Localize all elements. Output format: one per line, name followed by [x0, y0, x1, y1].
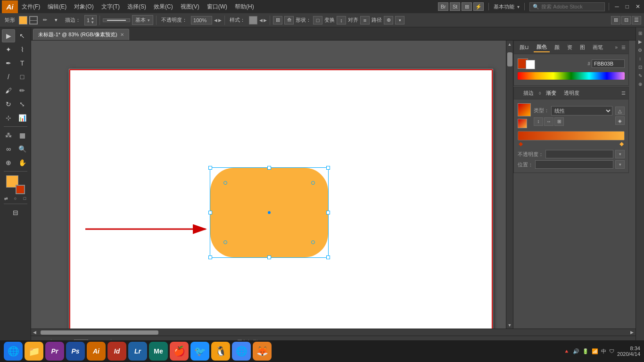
gradient-type-select[interactable]: 线性 径向 [551, 106, 612, 115]
grad-right-icon2[interactable]: ◈ [615, 116, 625, 125]
opacity-dropdown[interactable]: ▾ [615, 150, 625, 158]
type-tool[interactable]: T [16, 57, 29, 70]
grad-right-icon1[interactable]: △ [615, 107, 625, 115]
grad-icon-1[interactable]: ↕ [534, 117, 543, 126]
stroke-dropdown-btn[interactable]: ▾ [51, 15, 61, 25]
rtool-5[interactable]: ⊡ [636, 63, 644, 71]
pen-tool[interactable]: ✒ [2, 57, 15, 70]
rotate-tool[interactable]: ↻ [2, 98, 15, 111]
hscroll-thumb[interactable] [41, 330, 158, 335]
stroke-tab[interactable]: 描边 [520, 89, 537, 98]
stroke-options-btn[interactable]: ✏ [40, 15, 50, 25]
search-input[interactable] [541, 4, 598, 9]
gradient-small-swatch[interactable] [518, 119, 527, 128]
stroke-basic-dropdown[interactable]: ▾ [148, 18, 150, 23]
vertical-scrollbar[interactable]: ▲ ▼ [506, 41, 513, 329]
direct-select-tool[interactable]: ↖ [16, 29, 29, 42]
paintbrush-tool[interactable]: 🖌 [2, 84, 15, 97]
arrange-icon[interactable]: ⚡ [473, 2, 484, 11]
panel-menu-btn[interactable]: ☰ [621, 45, 626, 50]
corner-radius-handle-tl[interactable] [223, 181, 227, 185]
stroke-width-control[interactable]: 1 ▲▼ [84, 15, 97, 25]
style-preview[interactable] [249, 16, 257, 25]
panel-arrange-btn[interactable]: ⊟ [621, 16, 631, 25]
taskbar-indesign-btn[interactable]: Id [107, 342, 126, 361]
menu-view[interactable]: 视图(V) [177, 1, 203, 13]
symbol-tool[interactable]: ⁂ [2, 129, 15, 142]
corner-radius-handle-br[interactable] [311, 240, 315, 244]
grid-view-btn[interactable]: ⊞ [273, 16, 282, 25]
scroll-left-btn[interactable]: ◀ [31, 329, 38, 336]
minimize-btn[interactable]: ─ [613, 3, 621, 10]
corner-radius-handle-bl[interactable] [223, 240, 227, 244]
opacity-prev[interactable]: ◀ [214, 18, 217, 23]
blend-tool[interactable]: ∞ [2, 142, 15, 156]
transparency-tab[interactable]: 透明度 [561, 89, 582, 98]
stroke-color-box[interactable] [16, 185, 25, 194]
horizontal-scrollbar[interactable]: ◀ ▶ [31, 329, 636, 336]
column-graph-tool[interactable]: ▦ [16, 129, 29, 142]
rounded-rect-shape[interactable] [210, 168, 328, 257]
color-spectrum-bar[interactable] [518, 72, 625, 80]
align-btn[interactable]: ≡ [360, 16, 370, 25]
color-none-btn[interactable]: □ [21, 195, 29, 202]
color-tab-extra1[interactable]: 颜⊔ [517, 43, 532, 52]
gradient-tab[interactable]: 渐变 [543, 89, 559, 98]
taskbar-photoshop-btn[interactable]: Ps [66, 342, 85, 361]
color-tab[interactable]: 颜色 [534, 42, 550, 52]
gradient-preview-swatch[interactable] [518, 103, 531, 116]
graphic-tab[interactable]: 图 [577, 43, 588, 52]
resource-tab[interactable]: 资 [564, 43, 575, 52]
hscroll-track[interactable] [38, 329, 628, 336]
style-next[interactable]: ▶ [264, 18, 267, 23]
handle-bottom-left[interactable] [208, 255, 212, 259]
scale-tool[interactable]: ⤡ [16, 98, 29, 111]
opacity-next[interactable]: ▶ [218, 18, 222, 23]
menu-icon-btn[interactable]: ☰ [632, 16, 641, 25]
rtool-7[interactable]: ⊕ [636, 80, 644, 88]
style-prev[interactable]: ◀ [259, 18, 263, 23]
stroke-color-swatch[interactable] [29, 16, 38, 25]
taskbar-browser-btn[interactable]: 🌐 [4, 342, 23, 361]
scroll-down-btn[interactable]: ▼ [506, 321, 513, 329]
handle-middle-right[interactable] [326, 211, 330, 214]
taskbar-media-encoder-btn[interactable]: Me [149, 342, 168, 361]
stroke-width-spinner[interactable]: ▲▼ [91, 16, 94, 25]
hand-tool[interactable]: ✋ [16, 156, 29, 169]
select-tool[interactable]: ▶ [2, 29, 15, 42]
panel-toggle-btn[interactable]: ⊞ [611, 16, 620, 25]
taskbar-app10-btn[interactable]: 🐧 [211, 342, 230, 361]
stroke-line-style[interactable] [103, 18, 130, 22]
taskbar-firefox-btn[interactable]: 🦊 [253, 342, 272, 361]
scroll-right-btn[interactable]: ▶ [628, 329, 636, 336]
menu-edit[interactable]: 编辑(E) [44, 1, 70, 13]
fill-color-swatch[interactable] [19, 16, 27, 25]
menu-window[interactable]: 窗口(W) [203, 1, 231, 13]
puppet-warp-tool[interactable]: ⊹ [2, 111, 15, 124]
workspace-dropdown[interactable]: ▾ [517, 4, 520, 9]
handle-top-left[interactable] [208, 166, 212, 170]
menu-effect[interactable]: 效果(C) [150, 1, 177, 13]
taskbar-filemanager-btn[interactable]: 📁 [25, 342, 43, 361]
document-tab[interactable]: 未标题-1* @ 83% (RGB/像素预览) ✕ [33, 29, 129, 40]
grad-stop-left[interactable]: ◆ [519, 140, 523, 147]
rtool-6[interactable]: ✎ [636, 72, 644, 79]
scroll-up-btn[interactable]: ▲ [506, 41, 513, 48]
handle-bottom-center[interactable] [267, 255, 271, 259]
shape-btn[interactable]: □ [313, 16, 322, 25]
pathfinder-btn[interactable]: ⊕ [384, 16, 393, 25]
handle-top-right[interactable] [326, 166, 330, 170]
magic-wand-tool[interactable]: ✦ [2, 43, 15, 56]
panel-more-btn[interactable]: » [615, 45, 618, 50]
rtool-1[interactable]: ⊞ [636, 29, 644, 37]
graph-tool[interactable]: 📊 [16, 111, 29, 124]
zoom-tool[interactable]: ⊕ [2, 156, 15, 169]
menu-text[interactable]: 文字(T) [98, 1, 124, 13]
hex-input[interactable] [592, 59, 625, 68]
handle-top-center[interactable] [267, 166, 271, 170]
grad-icon-3[interactable]: ⊞ [554, 117, 564, 126]
canvas-area[interactable]: ▲ ▼ [31, 41, 513, 329]
taskbar-illustrator-btn[interactable]: Ai [87, 342, 106, 361]
grad-stop-right[interactable]: ◆ [619, 140, 624, 147]
menu-select[interactable]: 选择(S) [124, 1, 150, 13]
